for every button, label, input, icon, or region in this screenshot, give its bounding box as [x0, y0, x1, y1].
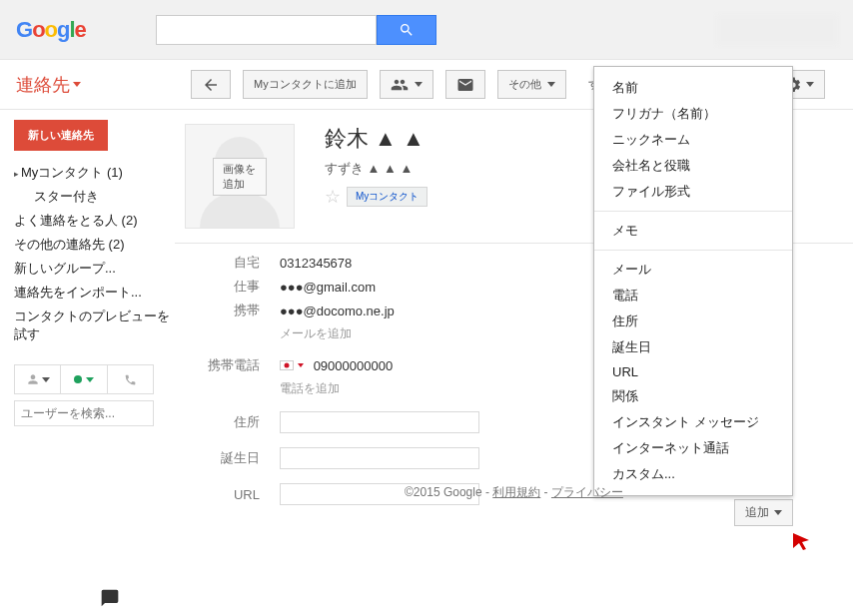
phone-cell[interactable]: [108, 365, 153, 393]
new-contact-button[interactable]: 新しい連絡先: [14, 120, 108, 151]
add-field-button[interactable]: 追加: [734, 499, 793, 526]
email-button[interactable]: [445, 70, 485, 99]
label-work: 仕事: [185, 278, 280, 296]
sidebar-item-frequent[interactable]: よく連絡をとる人 (2): [14, 209, 175, 233]
value-home[interactable]: 0312345678: [280, 256, 352, 271]
footer-terms-link[interactable]: 利用規約: [492, 485, 540, 499]
caret-down-icon: [547, 82, 555, 87]
search-button[interactable]: [377, 15, 436, 45]
main-panel: 画像を追加 鈴木 ▲ ▲ すずき ▲ ▲ ▲ ☆ Myコンタクト 自宅03123…: [175, 110, 853, 511]
sidebar-item-newgroup[interactable]: 新しいグループ...: [14, 257, 175, 281]
menu-item-furigana[interactable]: フリガナ（名前）: [594, 101, 792, 127]
envelope-icon: [456, 76, 474, 94]
input-address[interactable]: [280, 411, 479, 433]
menu-item-nickname[interactable]: ニックネーム: [594, 127, 792, 153]
caret-down-icon: [86, 377, 94, 382]
input-birthday[interactable]: [280, 447, 479, 469]
menu-item-birthday[interactable]: 誕生日: [594, 334, 792, 360]
menu-item-company[interactable]: 会社名と役職: [594, 153, 792, 179]
groups-button[interactable]: [380, 70, 433, 99]
sidebar-search-input[interactable]: [14, 400, 154, 426]
caret-down-icon: [298, 363, 304, 367]
add-image-button[interactable]: 画像を追加: [213, 158, 267, 196]
value-work[interactable]: ●●●@gmail.com: [280, 280, 376, 295]
contact-group-tag[interactable]: Myコンタクト: [347, 187, 427, 207]
menu-item-fileas[interactable]: ファイル形式: [594, 179, 792, 205]
country-flag-picker[interactable]: [280, 360, 304, 370]
sidebar-item-other[interactable]: その他の連絡先 (2): [14, 233, 175, 257]
avatar[interactable]: 画像を追加: [185, 124, 295, 229]
menu-item-email[interactable]: メール: [594, 257, 792, 283]
add-to-mycontacts-button[interactable]: Myコンタクトに追加: [243, 70, 368, 99]
presence-dot-icon: [74, 375, 82, 383]
star-icon[interactable]: ☆: [325, 186, 341, 208]
chat-status-row: [14, 364, 154, 394]
presence-menu[interactable]: [15, 365, 61, 393]
app-name[interactable]: 連絡先: [16, 73, 81, 97]
menu-item-im[interactable]: インスタント メッセージ: [594, 409, 792, 435]
add-phone-link[interactable]: 電話を追加: [280, 380, 340, 397]
caret-down-icon: [774, 510, 782, 515]
sidebar-item-mycontacts[interactable]: Myコンタクト (1): [14, 161, 175, 185]
person-icon: [26, 372, 40, 386]
search-box: [156, 15, 436, 45]
footer: ©2015 Google - 利用規約 - プライバシー: [175, 484, 853, 501]
caret-down-icon: [73, 82, 81, 87]
contact-furigana[interactable]: すずき ▲ ▲ ▲: [325, 160, 427, 178]
menu-item-url[interactable]: URL: [594, 360, 792, 383]
account-area: [717, 15, 837, 45]
caret-down-icon: [806, 82, 814, 87]
back-arrow-icon: [202, 76, 220, 94]
header-bar: Google: [0, 0, 853, 60]
search-input[interactable]: [156, 15, 377, 45]
caret-down-icon: [42, 377, 50, 382]
label-birthday: 誕生日: [185, 449, 280, 467]
value-mobile[interactable]: ●●●@docomo.ne.jp: [280, 304, 395, 318]
menu-item-name[interactable]: 名前: [594, 75, 792, 101]
back-button[interactable]: [191, 70, 231, 99]
menu-item-voip[interactable]: インターネット通話: [594, 435, 792, 461]
contact-name[interactable]: 鈴木 ▲ ▲: [325, 124, 427, 154]
flag-jp-icon: [280, 360, 294, 370]
presence-dot-cell[interactable]: [61, 365, 107, 393]
search-icon: [399, 22, 415, 38]
sidebar-item-import[interactable]: 連絡先をインポート...: [14, 281, 175, 305]
footer-privacy-link[interactable]: プライバシー: [551, 485, 623, 499]
menu-item-relation[interactable]: 関係: [594, 383, 792, 409]
google-logo: Google: [16, 17, 86, 43]
menu-item-memo[interactable]: メモ: [594, 218, 792, 244]
sidebar: 新しい連絡先 Myコンタクト (1) スター付き よく連絡をとる人 (2) その…: [0, 110, 175, 511]
chat-bubble-icon[interactable]: [100, 588, 120, 611]
sidebar-item-starred[interactable]: スター付き: [14, 185, 175, 209]
label-mobile: 携帯: [185, 302, 280, 319]
group-icon: [391, 76, 409, 94]
add-email-link[interactable]: メールを追加: [280, 325, 352, 342]
label-address: 住所: [185, 413, 280, 431]
menu-item-address[interactable]: 住所: [594, 308, 792, 334]
menu-item-phone[interactable]: 電話: [594, 283, 792, 308]
value-mobile-phone[interactable]: 09000000000: [280, 358, 393, 373]
more-button[interactable]: その他: [497, 70, 566, 99]
label-mobile-phone: 携帯電話: [185, 356, 280, 374]
sidebar-item-preview[interactable]: コンタクトのプレビューを試す: [14, 305, 175, 346]
caret-down-icon: [415, 82, 423, 87]
cursor-annotation: [789, 529, 813, 556]
label-home: 自宅: [185, 254, 280, 272]
phone-icon: [124, 373, 137, 386]
add-field-menu: 名前 フリガナ（名前） ニックネーム 会社名と役職 ファイル形式 メモ メール …: [593, 66, 793, 496]
